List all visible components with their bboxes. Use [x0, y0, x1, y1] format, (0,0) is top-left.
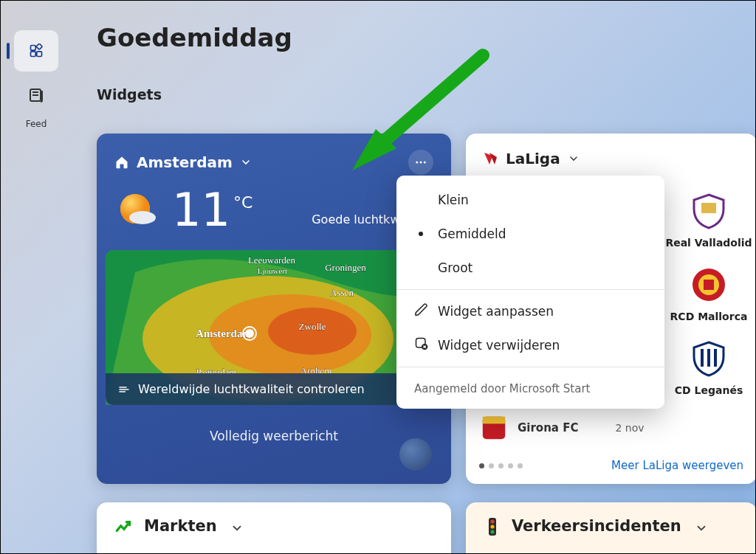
sports-more-link[interactable]: Meer LaLiga weergeven [611, 459, 743, 472]
menu-separator [396, 289, 664, 290]
chevron-down-icon[interactable] [568, 153, 580, 165]
widgets-icon [29, 44, 44, 58]
svg-text:Groningen: Groningen [325, 262, 366, 273]
sports-opponent-item[interactable]: CD Leganés [661, 333, 756, 406]
stocks-up-icon [114, 517, 134, 536]
svg-text:Zwolle: Zwolle [299, 321, 326, 332]
greeting-text: Goedemiddag [97, 23, 292, 52]
weather-full-forecast-link[interactable]: Volledig weerbericht [97, 405, 451, 460]
svg-rect-3 [36, 44, 42, 49]
menu-footer-text: Aangemeld door Microsoft Start [396, 372, 664, 409]
sports-league-name: LaLiga [506, 150, 560, 167]
team-crest-icon [479, 413, 509, 443]
team-crest-icon [690, 193, 727, 229]
aqi-icon [117, 383, 131, 396]
weather-location: Amsterdam [137, 153, 233, 171]
svg-rect-2 [37, 52, 42, 57]
svg-text:Leeuwarden: Leeuwarden [248, 255, 296, 266]
team-crest-icon [690, 266, 727, 303]
markets-title: Markten [144, 517, 217, 535]
svg-rect-27 [701, 203, 716, 213]
widgets-section-label: Widgets [97, 86, 162, 103]
weather-temp: 11 [172, 183, 230, 237]
svg-point-12 [129, 211, 156, 224]
svg-rect-0 [31, 46, 36, 51]
sidebar-widgets-button[interactable] [14, 30, 58, 72]
weather-aqi-banner[interactable]: Wereldwijde luchtkwaliteit controleren [106, 373, 442, 405]
menu-customize-widget[interactable]: Widget aanpassen [396, 294, 664, 328]
menu-size-medium[interactable]: Gemiddeld [396, 217, 664, 251]
svg-line-38 [374, 55, 483, 150]
pagination-dots[interactable] [479, 463, 523, 468]
menu-remove-widget[interactable]: Widget verwijderen [396, 328, 664, 362]
menu-separator [396, 367, 664, 367]
svg-text:Ljouwert: Ljouwert [258, 266, 287, 275]
traffic-title: Verkeersincidenten [512, 517, 681, 535]
svg-rect-35 [483, 417, 505, 424]
chevron-down-icon[interactable] [240, 156, 252, 168]
menu-size-small[interactable]: Klein [396, 183, 664, 217]
chevron-down-icon[interactable] [230, 522, 244, 535]
unpin-icon [414, 336, 429, 351]
svg-point-41 [490, 519, 494, 523]
traffic-light-icon [484, 517, 501, 536]
feed-icon [27, 86, 45, 104]
svg-text:Assen: Assen [330, 287, 354, 298]
pencil-icon [414, 302, 429, 317]
svg-rect-31 [701, 349, 704, 367]
chevron-down-icon[interactable] [695, 522, 708, 535]
weather-moon-icon [399, 438, 432, 471]
menu-size-large[interactable]: Groot [396, 251, 664, 285]
widget-context-menu: Klein Gemiddeld Groot Widget aanpassen W… [396, 176, 664, 409]
sports-opponent-item[interactable]: Real Valladolid [661, 185, 756, 259]
weather-temp-unit: °C [233, 193, 252, 212]
weather-map[interactable]: Leeuwarden Ljouwert Groningen Assen Zwol… [106, 250, 442, 405]
fixture-date: 2 nov [615, 422, 644, 434]
annotation-arrow [346, 46, 494, 179]
svg-point-25 [245, 329, 254, 338]
fixture-team: Girona FC [518, 421, 578, 434]
svg-rect-30 [704, 280, 714, 290]
markets-widget[interactable]: Markten [97, 502, 451, 554]
sidebar-feed-button[interactable] [14, 80, 58, 110]
svg-point-42 [490, 524, 494, 528]
team-crest-icon [690, 340, 727, 377]
svg-rect-1 [31, 52, 36, 57]
weather-condition-icon [114, 187, 162, 234]
svg-rect-33 [714, 349, 717, 367]
home-icon [114, 155, 129, 170]
svg-rect-32 [707, 349, 710, 367]
traffic-widget[interactable]: Verkeersincidenten [466, 502, 756, 554]
svg-point-43 [490, 530, 494, 533]
sports-opponent-item[interactable]: RCD Mallorca [661, 259, 756, 333]
sidebar-feed-label: Feed [14, 119, 58, 129]
